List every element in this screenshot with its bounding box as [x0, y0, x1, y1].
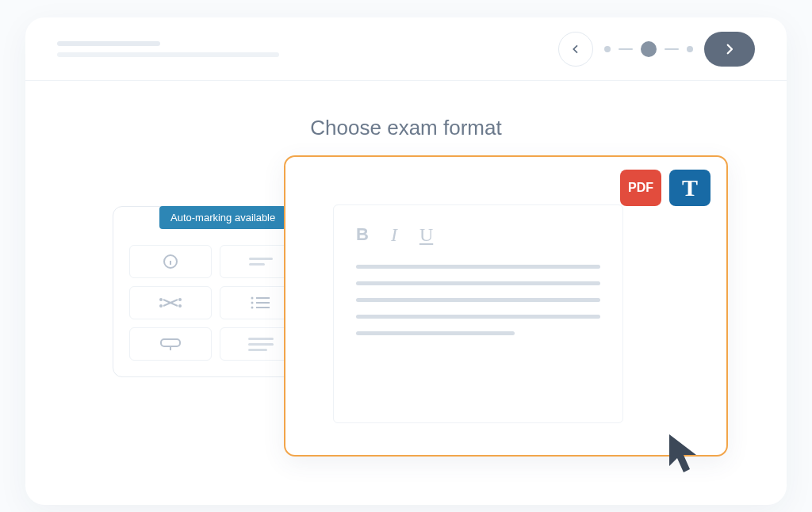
svg-point-5	[178, 304, 182, 308]
svg-point-8	[178, 298, 182, 301]
option-match[interactable]	[129, 286, 212, 319]
bullet-list-icon	[247, 293, 274, 312]
step-dot	[687, 46, 693, 52]
cursor-icon	[666, 433, 701, 476]
editor-format-card[interactable]: PDF T B I U	[284, 155, 728, 457]
step-dot	[604, 46, 611, 52]
top-bar	[25, 17, 787, 81]
option-info[interactable]	[129, 245, 212, 278]
step-dots	[604, 41, 693, 57]
svg-point-11	[251, 302, 254, 304]
auto-marking-badge: Auto-marking available	[159, 206, 286, 229]
svg-point-3	[159, 298, 163, 301]
paragraph-placeholder	[356, 265, 600, 335]
text-badge[interactable]: T	[669, 170, 710, 206]
step-navigator	[558, 32, 755, 67]
breadcrumb-placeholder	[57, 41, 311, 57]
chevron-left-icon	[569, 43, 582, 55]
prev-step-button[interactable]	[558, 32, 593, 67]
label-icon	[157, 334, 184, 353]
bold-button[interactable]: B	[356, 224, 369, 246]
svg-point-13	[251, 307, 254, 309]
svg-rect-15	[161, 339, 180, 346]
svg-point-6	[159, 304, 163, 308]
option-label[interactable]	[129, 327, 212, 361]
info-bubble-icon	[157, 252, 184, 271]
chevron-right-icon	[722, 42, 737, 56]
format-toolbar: B I U	[356, 224, 600, 246]
page-title: Choose exam format	[25, 116, 787, 140]
editor-preview: B I U	[333, 204, 623, 423]
italic-button[interactable]: I	[391, 224, 397, 246]
pdf-badge[interactable]: PDF	[620, 170, 661, 206]
svg-point-9	[251, 297, 254, 300]
question-type-grid	[129, 245, 302, 361]
underline-button[interactable]: U	[419, 224, 433, 246]
next-step-button[interactable]	[704, 32, 755, 67]
match-icon	[157, 293, 184, 312]
step-dot-current	[641, 41, 657, 57]
